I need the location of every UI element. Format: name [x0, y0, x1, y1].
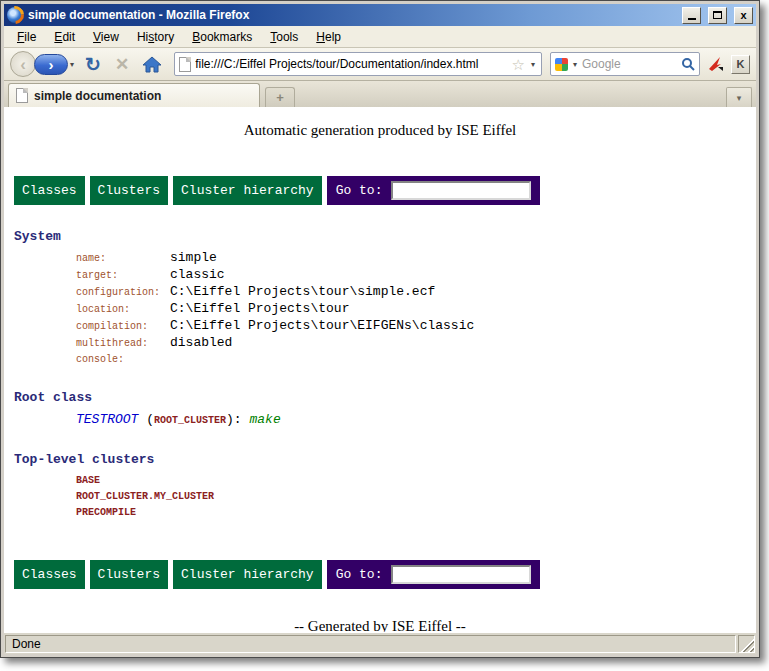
system-row-label: compilation: — [76, 318, 170, 335]
system-row-value: C:\Eiffel Projects\tour — [170, 301, 474, 318]
system-row-value: simple — [170, 250, 474, 267]
system-row-value: C:\Eiffel Projects\tour\simple.ecf — [170, 284, 474, 301]
goto-input-bottom[interactable] — [391, 565, 531, 584]
title-bar[interactable]: simple documentation - Mozilla Firefox x — [4, 4, 756, 26]
doc-footer: -- Generated by ISE Eiffel -- For more d… — [4, 616, 756, 632]
table-row: name:simple — [76, 250, 474, 267]
cluster-hierarchy-button[interactable]: Cluster hierarchy — [173, 176, 322, 205]
clusters-heading: Top-level clusters — [14, 452, 756, 467]
navigation-toolbar: ‹ › ▾ ↻ ✕ ☆ ▾ ▾ — [4, 48, 756, 81]
firefox-icon — [7, 7, 23, 23]
system-heading: System — [14, 229, 756, 244]
minimize-button[interactable] — [682, 7, 701, 24]
menu-file[interactable]: File — [8, 27, 45, 47]
forward-group: › ▾ — [34, 54, 76, 75]
system-row-label: location: — [76, 301, 170, 318]
close-paren: ): — [226, 412, 242, 427]
table-row: compilation:C:\Eiffel Projects\tour\EIFG… — [76, 318, 474, 335]
table-row: target:classic — [76, 267, 474, 284]
list-item[interactable]: PRECOMPILE — [76, 505, 756, 521]
stop-button[interactable]: ✕ — [110, 56, 134, 73]
menu-bookmarks[interactable]: Bookmarks — [183, 27, 261, 47]
back-icon: ‹ — [20, 56, 26, 73]
clusters-button[interactable]: Clusters — [90, 176, 168, 205]
system-row-label: name: — [76, 250, 170, 267]
list-item[interactable]: BASE — [76, 473, 756, 489]
firefox-window: simple documentation - Mozilla Firefox x… — [0, 0, 760, 658]
forward-icon: › — [49, 57, 54, 72]
system-row-label: target: — [76, 267, 170, 284]
search-magnifier-icon[interactable] — [681, 57, 695, 71]
system-row-value — [170, 352, 474, 368]
kaspersky-icon[interactable] — [704, 56, 727, 72]
forward-button[interactable]: › — [34, 54, 68, 75]
close-icon: x — [740, 10, 746, 21]
doc-nav-row-top: Classes Clusters Cluster hierarchy Go to… — [14, 176, 756, 205]
root-class-line: TESTROOT (ROOT_CLUSTER): make — [76, 411, 756, 430]
tab-list-dropdown-button[interactable]: ▾ — [726, 87, 752, 107]
close-button[interactable]: x — [734, 7, 753, 24]
maximize-button[interactable] — [708, 7, 727, 24]
status-bar: Done — [4, 632, 756, 654]
reload-icon: ↻ — [85, 54, 101, 75]
root-cluster-link[interactable]: ROOT_CLUSTER — [154, 415, 226, 426]
search-box[interactable]: ▾ — [550, 52, 700, 76]
home-button[interactable] — [138, 56, 166, 73]
search-engine-dropdown-icon[interactable]: ▾ — [571, 60, 579, 69]
root-class-link[interactable]: TESTROOT — [76, 412, 138, 427]
list-item[interactable]: ROOT_CLUSTER.MY_CLUSTER — [76, 489, 756, 505]
home-icon — [142, 56, 162, 73]
url-dropdown-icon[interactable]: ▾ — [529, 60, 537, 69]
classes-button-bottom[interactable]: Classes — [14, 560, 85, 589]
url-bar[interactable]: ☆ ▾ — [174, 52, 542, 76]
minimize-icon — [688, 18, 696, 20]
classes-button[interactable]: Classes — [14, 176, 85, 205]
system-row-label: multithread: — [76, 335, 170, 352]
bookmark-star-icon[interactable]: ☆ — [512, 57, 525, 72]
system-table: name:simple target:classic configuration… — [76, 250, 474, 368]
menu-edit[interactable]: Edit — [45, 27, 84, 47]
system-row-label: console: — [76, 352, 170, 368]
cluster-list: BASE ROOT_CLUSTER.MY_CLUSTER PRECOMPILE — [76, 473, 756, 521]
back-button[interactable]: ‹ — [10, 51, 36, 77]
table-row: configuration:C:\Eiffel Projects\tour\si… — [76, 284, 474, 301]
system-row-value: disabled — [170, 335, 474, 352]
page-icon — [179, 57, 191, 72]
clusters-button-bottom[interactable]: Clusters — [90, 560, 168, 589]
kaspersky-glyph-icon — [707, 56, 724, 72]
menu-view[interactable]: View — [84, 27, 128, 47]
google-icon — [555, 58, 568, 71]
table-row: multithread:disabled — [76, 335, 474, 352]
creation-procedure-link[interactable]: make — [249, 412, 280, 427]
root-class-heading: Root class — [14, 390, 756, 405]
tab-label: simple documentation — [34, 89, 161, 103]
tab-simple-documentation[interactable]: simple documentation — [8, 83, 260, 107]
menu-history[interactable]: History — [128, 27, 183, 47]
tab-bar: simple documentation + ▾ — [4, 81, 756, 108]
menu-bar: File Edit View History Bookmarks Tools H… — [4, 26, 756, 48]
page-content: Automatic generation produced by ISE Eif… — [4, 108, 756, 632]
goto-label: Go to: — [336, 183, 383, 198]
url-input[interactable] — [195, 57, 507, 71]
stop-icon: ✕ — [115, 55, 129, 74]
new-tab-button[interactable]: + — [265, 87, 295, 107]
menu-tools[interactable]: Tools — [261, 27, 307, 47]
goto-label-bottom: Go to: — [336, 567, 383, 582]
system-row-value: C:\Eiffel Projects\tour\EIFGENs\classic — [170, 318, 474, 335]
search-input[interactable] — [582, 57, 678, 71]
table-row: console: — [76, 352, 474, 368]
maximize-icon — [713, 11, 722, 19]
window-title: simple documentation - Mozilla Firefox — [28, 8, 675, 22]
k-toolbar-button[interactable]: K — [731, 55, 750, 74]
goto-input[interactable] — [391, 181, 531, 200]
status-text: Done — [5, 635, 736, 653]
generated-line: -- Generated by ISE Eiffel -- — [4, 616, 756, 632]
resize-grip[interactable] — [738, 635, 755, 653]
cluster-hierarchy-button-bottom[interactable]: Cluster hierarchy — [173, 560, 322, 589]
reload-button[interactable]: ↻ — [80, 55, 106, 74]
system-row-label: configuration: — [76, 284, 170, 301]
history-dropdown-icon[interactable]: ▾ — [68, 60, 76, 69]
doc-nav-row-bottom: Classes Clusters Cluster hierarchy Go to… — [14, 560, 756, 589]
table-row: location:C:\Eiffel Projects\tour — [76, 301, 474, 318]
menu-help[interactable]: Help — [307, 27, 350, 47]
